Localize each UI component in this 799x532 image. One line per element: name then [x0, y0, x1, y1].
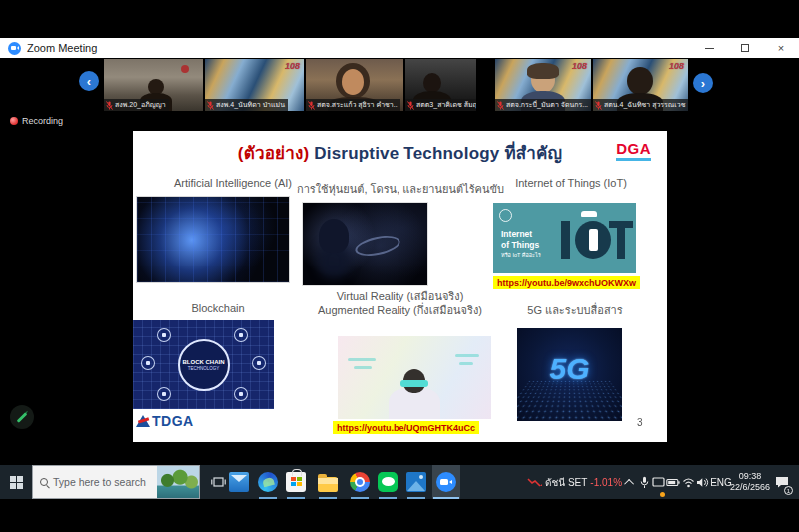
vr-person-image — [338, 336, 491, 419]
window-titlebar[interactable]: Zoom Meeting × — [0, 38, 799, 58]
minimize-button[interactable] — [691, 38, 727, 58]
steering-wheel — [354, 232, 402, 259]
set-stock-widget[interactable]: ดัชนี SET -1.01% — [527, 465, 622, 499]
blockchain-badge-line2: TECHNOLOGY — [188, 366, 220, 371]
file-explorer-icon — [318, 477, 338, 492]
vr-section-label: Virtual Reality (เสมือนจริง) Augmented R… — [288, 289, 512, 318]
maximize-icon — [741, 44, 749, 52]
recording-indicator: Recording — [10, 116, 63, 126]
next-page-arrow-button[interactable]: › — [693, 73, 713, 93]
blockchain-image: BLOCK CHAIN TECHNOLOGY — [133, 320, 274, 409]
participant-name: สตจ.สระแก้ว สุธิรา คำชา.. — [317, 100, 398, 110]
line-app-icon — [378, 472, 398, 492]
tray-overflow-button[interactable] — [623, 465, 637, 499]
search-input[interactable]: Type here to search — [32, 465, 200, 499]
action-center-button[interactable]: 1 — [771, 465, 793, 499]
file-explorer-taskbar-button[interactable] — [314, 465, 342, 499]
lock-icon — [234, 387, 248, 401]
car-icon — [581, 211, 597, 217]
autonomous-driving-image — [303, 203, 427, 285]
stock-down-icon — [527, 477, 542, 488]
battery-icon — [666, 478, 680, 487]
participant-name: สงพ.4_นันทิดา ป่าแม่น — [216, 100, 285, 110]
laptop-icon — [157, 328, 171, 342]
muted-mic-icon — [407, 101, 414, 110]
shared-screen-slide: (ตัวอย่าง) Disruptive Technology ที่สำคั… — [133, 131, 667, 442]
participant-name: สตน.4_ฉันทิชา สุวรรณเวช — [604, 100, 685, 110]
participant-video-tile[interactable]: สตจ.สระแก้ว สุธิรา คำชา.. — [306, 59, 403, 111]
slide-title-prefix: (ตัวอย่าง) — [238, 144, 310, 163]
close-button[interactable]: × — [763, 38, 799, 58]
participant-video-tile[interactable]: 108 สงพ.4_นันทิดา ป่าแม่น — [205, 59, 304, 111]
participant-face — [342, 69, 364, 95]
ai-image — [137, 197, 289, 282]
participant-video-tile[interactable]: สตต3_สาคิเดช ส้มฤทธิ์ — [405, 59, 476, 111]
hologram-line — [459, 362, 473, 365]
participant-name: สตจ.กระบี่_มันตา จัดนกร... — [506, 100, 588, 110]
vr-video-link: https://youtu.be/UQmGHTK4uCc — [333, 421, 479, 434]
maximize-button[interactable] — [727, 38, 763, 58]
line-taskbar-button[interactable] — [374, 465, 401, 499]
store-taskbar-button[interactable] — [282, 465, 310, 499]
iot-image-subtitle: หรือ IoT คืออะไร — [501, 252, 541, 259]
tdga-logo-mark — [136, 415, 150, 427]
hologram-line — [348, 358, 376, 361]
mail-taskbar-button[interactable] — [225, 465, 253, 499]
tray-battery-button[interactable] — [665, 465, 681, 499]
search-placeholder: Type here to search — [53, 476, 146, 488]
network-icon — [157, 387, 171, 401]
speaker-icon — [696, 477, 709, 488]
chrome-taskbar-button[interactable] — [346, 465, 374, 499]
taskbar-clock[interactable]: 09:38 22/6/2566 — [726, 465, 774, 499]
edge-icon — [258, 472, 278, 492]
robot-section-label: การใช้หุ่นยนต์, โดรน, และยานยนต์ไร้คนขับ — [291, 182, 510, 196]
iot-letter-i — [561, 221, 570, 259]
muted-mic-icon — [595, 101, 602, 110]
mic-icon — [640, 476, 649, 489]
annotate-button[interactable] — [10, 405, 34, 429]
windows-taskbar: Type here to search ดัชนี SET -1.01% ENG… — [0, 465, 799, 499]
5g-section-label: 5G และระบบสื่อสาร — [500, 303, 650, 317]
chip-icon — [499, 209, 512, 222]
participant-name: สงพ.20_อภิญญา — [115, 100, 166, 110]
participant-video-tile[interactable]: 108 สตจ.กระบี่_มันตา จัดนกร... — [495, 59, 591, 111]
pencil-icon — [17, 412, 28, 423]
photos-icon — [406, 472, 426, 492]
photos-taskbar-button[interactable] — [402, 465, 430, 499]
edge-taskbar-button[interactable] — [254, 465, 282, 499]
windows-logo-icon — [10, 476, 23, 489]
blockchain-section-label: Blockchain — [143, 301, 293, 315]
dga-logo: DGA — [616, 140, 651, 161]
iot-section-label: Internet of Things (IoT) — [485, 176, 657, 190]
mail-icon — [229, 472, 249, 492]
iot-image-text: Internet of Things หรือ IoT คืออะไร — [501, 229, 541, 259]
slide-title-main: Disruptive Technology ที่สำคัญ — [309, 144, 562, 163]
zoom-taskbar-button[interactable] — [432, 465, 460, 499]
tray-display-button[interactable] — [650, 465, 666, 499]
notification-badge: 1 — [784, 486, 793, 495]
iot-letter-o — [575, 221, 611, 259]
participant-video-tile[interactable]: 108 สตน.4_ฉันทิชา สุวรรณเวช — [593, 59, 688, 111]
stock-label: ดัชนี SET — [545, 475, 587, 490]
108-logo: 108 — [285, 61, 300, 71]
display-icon — [652, 477, 665, 488]
clock-time: 09:38 — [739, 471, 762, 482]
108-logo: 108 — [669, 61, 684, 71]
slide-title: (ตัวอย่าง) Disruptive Technology ที่สำคั… — [133, 139, 667, 166]
recording-dot-icon — [10, 117, 18, 125]
iot-video-link: https://youtu.be/9wxchUOKWXw — [493, 276, 640, 289]
vr-headset-icon — [400, 380, 428, 387]
iot-image: Internet of Things หรือ IoT คืออะไร — [493, 203, 636, 273]
vr-label-line1: Virtual Reality (เสมือนจริง) — [288, 289, 512, 303]
participant-video-tile[interactable]: สงพ.20_อภิญญา — [104, 59, 203, 111]
participant-hair — [527, 63, 559, 79]
window-controls: × — [691, 38, 799, 58]
participant-silhouette — [423, 73, 441, 93]
chrome-icon — [350, 472, 370, 492]
previous-page-arrow-button[interactable]: ‹ — [79, 71, 99, 91]
window-title: Zoom Meeting — [27, 42, 97, 54]
phone-icon — [141, 356, 155, 370]
participant-name-bar: สตน.4_ฉันทิชา สุวรรณเวช — [593, 99, 688, 111]
start-button[interactable] — [0, 465, 32, 499]
blockchain-badge: BLOCK CHAIN TECHNOLOGY — [178, 339, 230, 391]
